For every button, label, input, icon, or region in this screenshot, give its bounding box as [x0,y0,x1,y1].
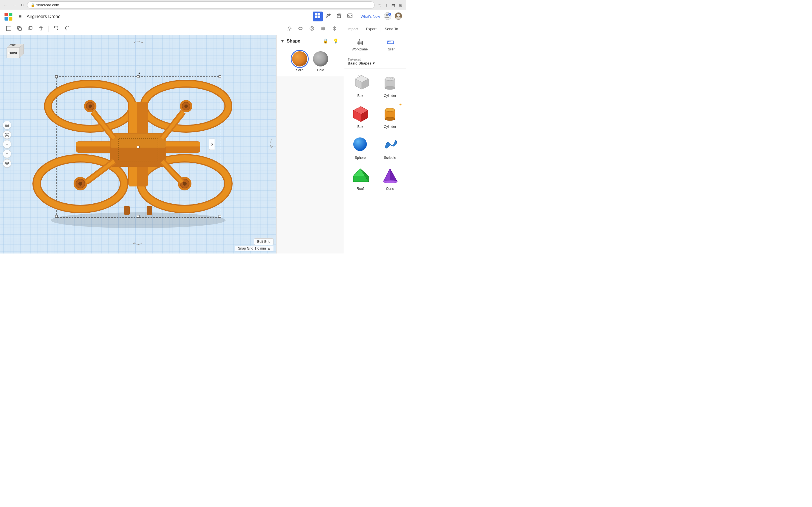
shape-item-roof-green[interactable]: Roof [345,163,375,193]
browser-chrome: ← → ↻ 🔒 tinkercad.com ☆ ↓ ⬒ ⊞ [0,0,406,10]
workplane-button[interactable]: Workplane [344,35,375,55]
svg-rect-72 [137,146,139,148]
extensions-button[interactable]: ⊞ [398,2,404,8]
svg-rect-0 [315,13,317,15]
avatar-button[interactable] [394,11,403,22]
rings-tool-button[interactable] [307,24,317,34]
edit-grid-bar[interactable]: Edit Grid [254,238,273,245]
hole-option[interactable]: Hole [313,51,328,72]
shape-label-box-red: Box [357,125,363,129]
box-button[interactable] [334,11,344,21]
undo-button[interactable] [52,24,61,34]
add-user-button[interactable]: + [383,11,393,22]
zoom-in-button[interactable]: + [3,140,11,149]
back-button[interactable]: ← [2,2,9,8]
hamburger-button[interactable]: ≡ [16,12,24,20]
shape-item-box-red[interactable]: Box [345,101,375,131]
orientation-cube[interactable]: FRONT TOP [4,38,26,60]
import-export-buttons: Import Export Send To [343,25,402,33]
svg-rect-1 [318,13,320,15]
logo-blue [4,17,8,20]
grid-view-button[interactable] [313,11,323,21]
tinkercad-logo [3,11,14,22]
viewport[interactable]: FRONT TOP + − [0,35,276,253]
hole-circle [313,51,328,66]
download-button[interactable]: ↓ [384,2,389,8]
duplicate-button[interactable] [26,24,35,34]
collapse-shape-panel-button[interactable]: ❯ [209,138,214,150]
bulb-icon: 💡 [333,39,339,43]
bookmark-button[interactable]: ☆ [376,2,383,8]
svg-point-19 [311,27,313,29]
code-button[interactable] [345,11,355,21]
shape-thumb-cylinder-orange [380,103,400,123]
shape-label-cone-purple: Cone [386,187,394,191]
send-to-button[interactable]: Send To [380,25,402,33]
star-icon: ★ [399,103,402,107]
shape-item-cylinder-gray[interactable]: Cylinder [375,69,405,101]
hole-label: Hole [317,68,324,72]
svg-rect-3 [318,16,320,18]
svg-rect-33 [219,215,221,217]
delete-button[interactable] [36,24,46,34]
shape-item-box-gray[interactable]: Box [345,69,375,101]
svg-rect-25 [6,134,8,135]
shape-label-roof-green: Roof [357,187,364,191]
rotate-hint-right [268,138,273,150]
library-brand: Tinkercad [348,58,375,61]
shape-thumb-cone-purple [380,165,400,185]
svg-line-92 [360,75,361,76]
shape-thumb-box-gray [350,72,370,92]
refresh-button[interactable]: ↻ [19,2,26,8]
shape-thumb-sphere-blue [350,134,370,154]
shape-item-cylinder-orange[interactable]: ★ Cylinder [375,101,405,131]
shape-lock-button[interactable]: 🔒 [322,38,329,44]
snap-grid-bar[interactable]: Snap Grid 1.0 mm ▲ [235,245,273,251]
svg-point-55 [185,105,188,108]
whats-new-button[interactable]: What's New [358,13,383,20]
shape-thumb-box-red [350,103,370,123]
tools-button[interactable] [323,11,334,21]
svg-text:TOP: TOP [10,44,15,47]
svg-point-11 [397,14,400,17]
copy-button[interactable] [15,24,24,34]
shape-item-scribble[interactable]: Scribble [375,131,405,163]
shape-item-cone-purple[interactable]: Cone [375,163,405,193]
main-area: FRONT TOP + − [0,35,406,253]
share-button[interactable]: ⬒ [390,2,396,8]
align-tool-button[interactable] [318,24,328,34]
perspective-button[interactable] [3,159,11,168]
home-view-button[interactable] [3,121,11,129]
solid-label: Solid [296,68,304,72]
lock-icon: 🔒 [323,39,328,43]
shape-item-sphere-blue[interactable]: Sphere [345,131,375,163]
svg-rect-13 [18,27,21,31]
svg-rect-29 [137,75,139,78]
solid-option[interactable]: Solid [292,51,307,72]
forward-button[interactable]: → [11,2,17,8]
import-button[interactable]: Import [343,25,362,33]
svg-rect-2 [315,16,317,18]
browser-actions: ☆ ↓ ⬒ ⊞ [376,2,404,8]
category-label: Basic Shapes [348,61,371,65]
shape-panel-collapse-button[interactable]: ▼ [281,39,285,43]
redo-button[interactable] [62,24,72,34]
light-tool-button[interactable] [284,24,294,34]
svg-point-16 [288,27,290,29]
library-category-select[interactable]: Basic Shapes ▾ [348,61,375,65]
new-shape-button[interactable] [4,24,13,34]
export-button[interactable]: Export [362,25,380,33]
shape-label-scribble: Scribble [384,156,396,160]
project-title: Airgineers Drone [27,14,313,19]
zoom-out-button[interactable]: − [3,150,11,158]
fit-view-button[interactable] [3,130,11,139]
collapse-icon: ▼ [281,39,285,43]
mirror-tool-button[interactable] [329,24,340,34]
address-bar[interactable]: 🔒 tinkercad.com [27,1,375,9]
chevron-right-icon: ❯ [211,142,213,146]
edit-grid-label: Edit Grid [257,240,270,244]
circle-tool-button[interactable] [296,24,306,34]
shape-light-button[interactable]: 💡 [332,38,340,44]
rotate-hint-bottom [133,241,143,248]
ruler-button[interactable]: Ruler [375,35,406,55]
